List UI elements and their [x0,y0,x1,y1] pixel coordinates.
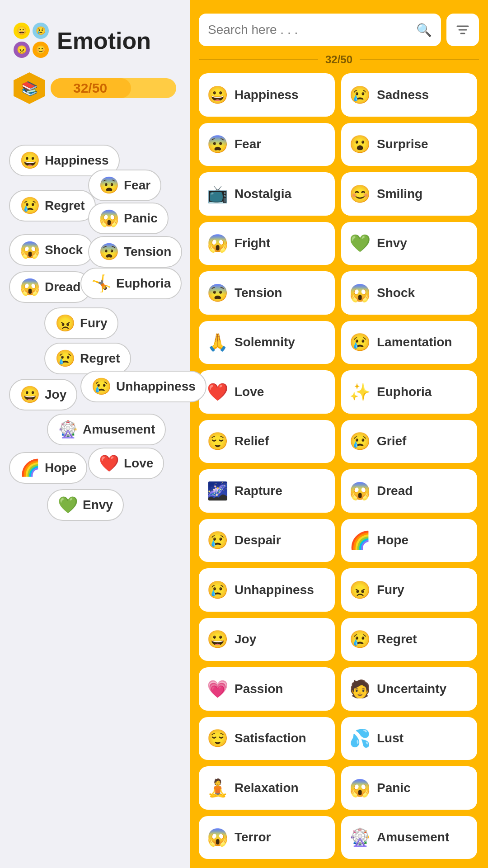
emotion-emoji: 😱 [349,284,371,302]
chip-label: Fear [124,178,150,193]
emotion-card[interactable]: 🙏 Solemnity [199,321,335,364]
chip-emoji: 🎡 [58,420,78,439]
emotion-card[interactable]: 😱 Fright [199,222,335,265]
emotion-card[interactable]: 😀 Joy [199,618,335,661]
emotion-card[interactable]: 🧘 Relaxation [199,766,335,810]
filter-button[interactable] [446,14,479,46]
emotion-card[interactable]: 📺 Nostalgia [199,172,335,216]
chip-label: Regret [45,198,85,213]
filter-icon [455,23,470,37]
chip-emoji: 🌈 [20,458,40,477]
chip-joy[interactable]: 😀 Joy [9,379,77,410]
emotion-card[interactable]: 😢 Grief [341,420,477,463]
emotion-emoji: 😌 [207,730,228,747]
emotion-label: Smiling [377,187,422,201]
emotion-card[interactable]: 😊 Smiling [341,172,477,216]
chip-fear[interactable]: 😨 Fear [88,170,161,201]
emotion-emoji: 🌈 [349,532,371,549]
emotion-label: Unhappiness [235,583,314,597]
app-logo: 😀 😢 😠 😊 [14,23,50,59]
emotion-card[interactable]: 😢 Despair [199,519,335,562]
emotion-emoji: 😨 [207,136,228,153]
chip-regret2[interactable]: 😢 Regret [44,343,131,374]
emotion-card[interactable]: 😌 Satisfaction [199,717,335,760]
chip-emoji: 😢 [91,377,112,396]
chip-label: Unhappiness [116,379,196,394]
right-panel: 🔍 32/50 😀 Happiness 😢 Sadness 😨 Fear 😮 S… [190,0,488,868]
emotion-card[interactable]: 🎡 Amusement [341,816,477,859]
emotion-card[interactable]: 🌌 Rapture [199,469,335,513]
emotion-label: Nostalgia [235,187,291,201]
emotion-card[interactable]: 😮 Surprise [341,123,477,166]
emotion-card[interactable]: ✨ Euphoria [341,370,477,414]
emotion-label: Happiness [235,88,299,102]
left-panel: 😀 😢 😠 😊 Emotion 📚 32/50 😀 Happiness 😨 Fe… [0,0,190,868]
emotion-card[interactable]: 😢 Unhappiness [199,568,335,612]
chip-unhappiness[interactable]: 😢 Unhappiness [80,371,206,402]
emotion-card[interactable]: 🧑 Uncertainty [341,667,477,711]
emotion-card[interactable]: 🌈 Hope [341,519,477,562]
emotion-emoji: 😢 [349,433,371,450]
emotion-label: Surprise [377,137,428,151]
emotion-emoji: 😢 [207,581,228,599]
emotion-card[interactable]: 😱 Shock [341,271,477,315]
chip-euphoria[interactable]: 🤸 Euphoria [80,268,182,299]
search-input-wrap[interactable]: 🔍 [199,14,441,46]
emotion-card[interactable]: 😢 Regret [341,618,477,661]
emotion-emoji: ✨ [349,383,371,401]
chip-dread[interactable]: 😱 Dread [9,271,91,303]
chip-envy[interactable]: 💚 Envy [47,489,124,521]
emotion-emoji: 😱 [207,829,228,846]
emotion-card[interactable]: 😱 Panic [341,766,477,810]
page-title: Emotion [57,27,151,54]
emotion-label: Euphoria [377,385,432,399]
emotions-grid: 😀 Happiness 😢 Sadness 😨 Fear 😮 Surprise … [199,73,479,859]
chip-emoji: 😀 [20,151,40,170]
emotion-label: Fear [235,137,261,151]
chip-panic[interactable]: 😱 Panic [88,203,169,234]
emotion-label: Sadness [377,88,429,102]
emotion-card[interactable]: 😢 Lamentation [341,321,477,364]
emotion-card[interactable]: 😱 Terror [199,816,335,859]
chip-love[interactable]: ❤️ Love [88,448,164,479]
chip-shock[interactable]: 😱 Shock [9,234,94,266]
chip-hope[interactable]: 🌈 Hope [9,452,87,484]
emotion-card[interactable]: 💦 Lust [341,717,477,760]
emotion-card[interactable]: 😨 Fear [199,123,335,166]
emotion-label: Panic [377,781,411,795]
emotion-label: Rapture [235,484,282,498]
emotion-label: Love [235,385,264,399]
chip-regret[interactable]: 😢 Regret [9,190,96,222]
chip-emoji: 😀 [20,385,40,404]
emotion-card[interactable]: 😠 Fury [341,568,477,612]
logo-face-3: 😠 [14,42,30,58]
emotion-emoji: 🧘 [207,779,228,797]
chip-fury[interactable]: 😠 Fury [44,307,118,339]
emotion-label: Solemnity [235,335,295,349]
emotion-card[interactable]: 😱 Dread [341,469,477,513]
chip-label: Hope [45,461,76,475]
chip-tension[interactable]: 😨 Tension [88,236,182,268]
chip-label: Joy [45,387,66,402]
emotion-card[interactable]: ❤️ Love [199,370,335,414]
emotion-label: Shock [377,286,415,300]
chip-emoji: 😢 [55,349,75,368]
emotion-card[interactable]: 😌 Relief [199,420,335,463]
emotion-emoji: 😢 [349,86,371,104]
emotion-emoji: 😱 [207,235,228,252]
chip-label: Euphoria [116,276,171,291]
chip-amusement[interactable]: 🎡 Amusement [47,414,166,445]
emotion-card[interactable]: 😨 Tension [199,271,335,315]
app-header: 😀 😢 😠 😊 Emotion [0,0,190,68]
search-input[interactable] [208,23,412,37]
chip-emoji: 😨 [99,176,119,195]
chip-label: Regret [80,351,120,366]
emotion-card[interactable]: 💗 Passion [199,667,335,711]
emotion-card[interactable]: 😢 Sadness [341,73,477,117]
chip-emoji: 😢 [20,196,40,215]
emotion-label: Terror [235,830,271,844]
emotion-label: Joy [235,632,256,646]
emotion-card[interactable]: 😀 Happiness [199,73,335,117]
chips-area: 😀 Happiness 😨 Fear 😢 Regret 😱 Panic 😱 Sh… [5,90,185,868]
emotion-card[interactable]: 💚 Envy [341,222,477,265]
